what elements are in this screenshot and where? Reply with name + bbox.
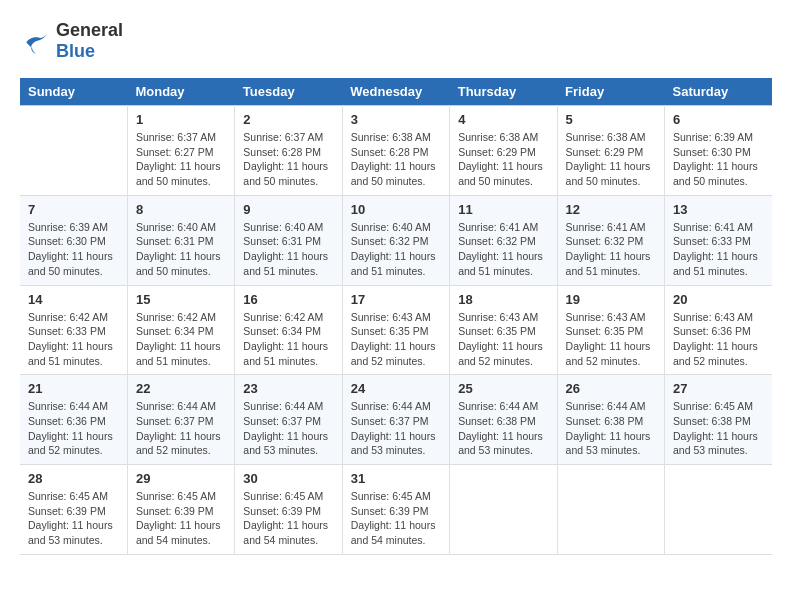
sunset-text: Sunset: 6:32 PM [566, 234, 656, 249]
calendar-table: SundayMondayTuesdayWednesdayThursdayFrid… [20, 78, 772, 555]
calendar-cell: 6 Sunrise: 6:39 AM Sunset: 6:30 PM Dayli… [665, 106, 772, 196]
sunrise-text: Sunrise: 6:43 AM [351, 310, 441, 325]
weekday-header: Sunday [20, 78, 127, 106]
day-info: Sunrise: 6:38 AM Sunset: 6:28 PM Dayligh… [351, 130, 441, 189]
sunset-text: Sunset: 6:36 PM [673, 324, 764, 339]
sunrise-text: Sunrise: 6:41 AM [673, 220, 764, 235]
weekday-header: Wednesday [342, 78, 449, 106]
weekday-header: Friday [557, 78, 664, 106]
day-info: Sunrise: 6:43 AM Sunset: 6:35 PM Dayligh… [351, 310, 441, 369]
day-number: 1 [136, 112, 226, 127]
daylight-text: Daylight: 11 hours and 50 minutes. [458, 159, 548, 188]
sunset-text: Sunset: 6:35 PM [566, 324, 656, 339]
sunset-text: Sunset: 6:37 PM [243, 414, 333, 429]
calendar-cell: 9 Sunrise: 6:40 AM Sunset: 6:31 PM Dayli… [235, 195, 342, 285]
daylight-text: Daylight: 11 hours and 50 minutes. [28, 249, 119, 278]
sunrise-text: Sunrise: 6:43 AM [566, 310, 656, 325]
calendar-week-row: 21 Sunrise: 6:44 AM Sunset: 6:36 PM Dayl… [20, 375, 772, 465]
day-number: 28 [28, 471, 119, 486]
calendar-cell: 11 Sunrise: 6:41 AM Sunset: 6:32 PM Dayl… [450, 195, 557, 285]
sunset-text: Sunset: 6:28 PM [351, 145, 441, 160]
sunset-text: Sunset: 6:37 PM [351, 414, 441, 429]
daylight-text: Daylight: 11 hours and 51 minutes. [243, 339, 333, 368]
day-number: 8 [136, 202, 226, 217]
weekday-header: Monday [127, 78, 234, 106]
day-info: Sunrise: 6:40 AM Sunset: 6:32 PM Dayligh… [351, 220, 441, 279]
sunset-text: Sunset: 6:39 PM [28, 504, 119, 519]
sunrise-text: Sunrise: 6:43 AM [458, 310, 548, 325]
calendar-cell: 2 Sunrise: 6:37 AM Sunset: 6:28 PM Dayli… [235, 106, 342, 196]
day-number: 16 [243, 292, 333, 307]
day-info: Sunrise: 6:41 AM Sunset: 6:32 PM Dayligh… [566, 220, 656, 279]
calendar-cell: 30 Sunrise: 6:45 AM Sunset: 6:39 PM Dayl… [235, 465, 342, 555]
calendar-cell: 25 Sunrise: 6:44 AM Sunset: 6:38 PM Dayl… [450, 375, 557, 465]
sunrise-text: Sunrise: 6:44 AM [458, 399, 548, 414]
day-number: 26 [566, 381, 656, 396]
daylight-text: Daylight: 11 hours and 54 minutes. [351, 518, 441, 547]
sunrise-text: Sunrise: 6:38 AM [458, 130, 548, 145]
calendar-cell: 18 Sunrise: 6:43 AM Sunset: 6:35 PM Dayl… [450, 285, 557, 375]
day-info: Sunrise: 6:44 AM Sunset: 6:36 PM Dayligh… [28, 399, 119, 458]
calendar-cell [450, 465, 557, 555]
daylight-text: Daylight: 11 hours and 50 minutes. [136, 159, 226, 188]
sunset-text: Sunset: 6:32 PM [458, 234, 548, 249]
day-number: 19 [566, 292, 656, 307]
day-info: Sunrise: 6:45 AM Sunset: 6:39 PM Dayligh… [136, 489, 226, 548]
sunrise-text: Sunrise: 6:40 AM [351, 220, 441, 235]
day-info: Sunrise: 6:38 AM Sunset: 6:29 PM Dayligh… [458, 130, 548, 189]
sunrise-text: Sunrise: 6:39 AM [673, 130, 764, 145]
sunrise-text: Sunrise: 6:45 AM [351, 489, 441, 504]
day-number: 25 [458, 381, 548, 396]
day-info: Sunrise: 6:42 AM Sunset: 6:34 PM Dayligh… [243, 310, 333, 369]
logo-text: General Blue [56, 20, 123, 62]
daylight-text: Daylight: 11 hours and 50 minutes. [566, 159, 656, 188]
daylight-text: Daylight: 11 hours and 52 minutes. [566, 339, 656, 368]
calendar-cell: 1 Sunrise: 6:37 AM Sunset: 6:27 PM Dayli… [127, 106, 234, 196]
calendar-week-row: 28 Sunrise: 6:45 AM Sunset: 6:39 PM Dayl… [20, 465, 772, 555]
daylight-text: Daylight: 11 hours and 53 minutes. [243, 429, 333, 458]
day-info: Sunrise: 6:44 AM Sunset: 6:37 PM Dayligh… [136, 399, 226, 458]
sunrise-text: Sunrise: 6:41 AM [458, 220, 548, 235]
sunset-text: Sunset: 6:37 PM [136, 414, 226, 429]
sunset-text: Sunset: 6:29 PM [458, 145, 548, 160]
sunrise-text: Sunrise: 6:40 AM [136, 220, 226, 235]
day-number: 4 [458, 112, 548, 127]
calendar-cell: 8 Sunrise: 6:40 AM Sunset: 6:31 PM Dayli… [127, 195, 234, 285]
calendar-week-row: 1 Sunrise: 6:37 AM Sunset: 6:27 PM Dayli… [20, 106, 772, 196]
day-number: 21 [28, 381, 119, 396]
calendar-cell: 21 Sunrise: 6:44 AM Sunset: 6:36 PM Dayl… [20, 375, 127, 465]
daylight-text: Daylight: 11 hours and 54 minutes. [136, 518, 226, 547]
day-info: Sunrise: 6:44 AM Sunset: 6:37 PM Dayligh… [351, 399, 441, 458]
day-number: 31 [351, 471, 441, 486]
day-info: Sunrise: 6:39 AM Sunset: 6:30 PM Dayligh… [673, 130, 764, 189]
daylight-text: Daylight: 11 hours and 51 minutes. [673, 249, 764, 278]
calendar-cell: 12 Sunrise: 6:41 AM Sunset: 6:32 PM Dayl… [557, 195, 664, 285]
sunrise-text: Sunrise: 6:37 AM [243, 130, 333, 145]
day-info: Sunrise: 6:45 AM Sunset: 6:39 PM Dayligh… [351, 489, 441, 548]
sunset-text: Sunset: 6:30 PM [28, 234, 119, 249]
calendar-cell: 14 Sunrise: 6:42 AM Sunset: 6:33 PM Dayl… [20, 285, 127, 375]
day-info: Sunrise: 6:43 AM Sunset: 6:35 PM Dayligh… [458, 310, 548, 369]
sunrise-text: Sunrise: 6:45 AM [243, 489, 333, 504]
calendar-cell: 3 Sunrise: 6:38 AM Sunset: 6:28 PM Dayli… [342, 106, 449, 196]
day-info: Sunrise: 6:37 AM Sunset: 6:28 PM Dayligh… [243, 130, 333, 189]
sunset-text: Sunset: 6:28 PM [243, 145, 333, 160]
calendar-cell: 31 Sunrise: 6:45 AM Sunset: 6:39 PM Dayl… [342, 465, 449, 555]
sunset-text: Sunset: 6:33 PM [28, 324, 119, 339]
calendar-cell: 5 Sunrise: 6:38 AM Sunset: 6:29 PM Dayli… [557, 106, 664, 196]
daylight-text: Daylight: 11 hours and 53 minutes. [566, 429, 656, 458]
calendar-cell: 19 Sunrise: 6:43 AM Sunset: 6:35 PM Dayl… [557, 285, 664, 375]
sunrise-text: Sunrise: 6:44 AM [351, 399, 441, 414]
page-header: General Blue [20, 20, 772, 62]
day-number: 17 [351, 292, 441, 307]
daylight-text: Daylight: 11 hours and 52 minutes. [351, 339, 441, 368]
day-info: Sunrise: 6:41 AM Sunset: 6:32 PM Dayligh… [458, 220, 548, 279]
day-number: 22 [136, 381, 226, 396]
calendar-cell: 23 Sunrise: 6:44 AM Sunset: 6:37 PM Dayl… [235, 375, 342, 465]
daylight-text: Daylight: 11 hours and 53 minutes. [458, 429, 548, 458]
day-number: 30 [243, 471, 333, 486]
day-number: 18 [458, 292, 548, 307]
day-info: Sunrise: 6:44 AM Sunset: 6:38 PM Dayligh… [566, 399, 656, 458]
sunset-text: Sunset: 6:30 PM [673, 145, 764, 160]
calendar-cell: 29 Sunrise: 6:45 AM Sunset: 6:39 PM Dayl… [127, 465, 234, 555]
